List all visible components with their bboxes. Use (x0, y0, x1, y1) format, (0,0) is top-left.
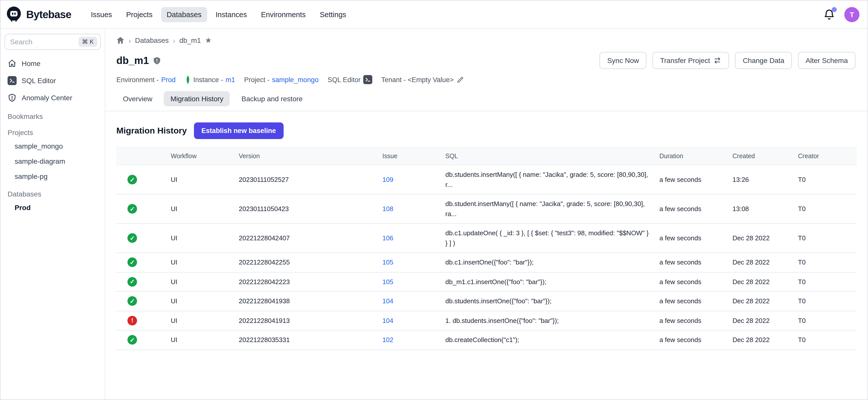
home-icon[interactable] (116, 36, 124, 44)
created-cell: Dec 28 2022 (728, 330, 794, 350)
change-data-button[interactable]: Change Data (735, 52, 792, 69)
sql-cell: db.students.insertMany([ { name: "Jacika… (441, 165, 655, 194)
issue-link[interactable]: 109 (382, 176, 393, 183)
meta-label: Project - (244, 76, 270, 83)
sidebar-item-label: Anomaly Center (22, 94, 72, 102)
status-success-icon: ✓ (127, 258, 137, 267)
issue-link[interactable]: 105 (382, 259, 393, 266)
bytebase-logo[interactable]: Bytebase (5, 6, 71, 23)
tabs: OverviewMigration HistoryBackup and rest… (105, 91, 868, 111)
home-icon (7, 59, 17, 68)
tab-backup-and-restore[interactable]: Backup and restore (235, 91, 309, 106)
column-header-workflow: Workflow (167, 147, 235, 165)
issue-cell: 105 (378, 272, 441, 291)
breadcrumb-databases[interactable]: Databases (135, 36, 169, 44)
nav-item-projects[interactable]: Projects (121, 7, 158, 22)
sync-now-button[interactable]: Sync Now (600, 52, 647, 69)
sidebar-item-sample-diagram[interactable]: sample-diagram (0, 154, 105, 169)
version-cell: 20221228042407 (235, 223, 378, 253)
issue-cell: 104 (378, 311, 441, 330)
meta-tenant-empty-value-: Tenant - <Empty Value> (381, 76, 464, 83)
search-box[interactable]: ⌘ K (4, 34, 101, 50)
database-meta-row: Environment - ProdInstance - m1Project -… (105, 69, 868, 84)
notification-dot (832, 7, 837, 12)
created-cell: Dec 28 2022 (728, 223, 794, 253)
breadcrumb: › Databases › db_m1 ★ (105, 35, 868, 45)
tab-overview[interactable]: Overview (116, 91, 159, 106)
table-row[interactable]: ✓UI20221228042255105db.c1.insertOne({"fo… (116, 253, 857, 272)
column-header-created: Created (728, 147, 794, 165)
pencil-icon[interactable] (456, 76, 464, 83)
breadcrumb-db-m1[interactable]: db_m1 (179, 36, 201, 44)
creator-cell: T0 (794, 165, 857, 194)
nav-item-settings[interactable]: Settings (314, 7, 352, 22)
meta-link-m1[interactable]: m1 (226, 76, 235, 83)
meta-link-sample-mongo[interactable]: sample_mongo (272, 76, 319, 83)
table-row[interactable]: ✓UI20221228041938104db.students.insertOn… (116, 291, 857, 311)
issue-link[interactable]: 108 (382, 205, 393, 213)
version-cell: 20230111052527 (235, 165, 378, 194)
search-input[interactable] (10, 38, 75, 46)
sidebar-item-sql-editor[interactable]: SQL Editor (0, 72, 105, 89)
created-cell: Dec 28 2022 (728, 311, 794, 330)
shield-icon (153, 56, 161, 65)
nav-item-instances[interactable]: Instances (210, 7, 252, 22)
bytebase-logo-icon (5, 6, 22, 23)
page-actions: Sync NowTransfer ProjectChange DataAlter… (600, 52, 856, 69)
meta-label: Environment - (116, 76, 159, 83)
nav-item-environments[interactable]: Environments (255, 7, 311, 22)
column-header-creator: Creator (794, 147, 857, 165)
issue-link[interactable]: 104 (382, 298, 393, 305)
column-header-issue: Issue (378, 147, 441, 165)
alter-schema-button[interactable]: Alter Schema (798, 52, 856, 69)
sidebar-item-sample-mongo[interactable]: sample_mongo (0, 139, 105, 154)
page-title: db_m1 (116, 55, 149, 66)
table-row[interactable]: ✓UI20230111050423108db.student.insertMan… (116, 194, 857, 223)
issue-link[interactable]: 106 (382, 234, 393, 242)
meta-sql-editor: SQL Editor (328, 75, 372, 84)
sidebar-item-prod[interactable]: Prod (0, 200, 105, 215)
version-cell: 20230111050423 (235, 194, 378, 223)
establish-baseline-button[interactable]: Establish new baseline (194, 122, 284, 139)
terminal-icon[interactable] (363, 75, 372, 84)
table-row[interactable]: ✓UI20221228042407106db.c1.updateOne( { _… (116, 223, 857, 253)
sql-cell: 1. db.students.insertOne({"foo": "bar"})… (441, 311, 655, 330)
meta-instance-m1: Instance - m1 (185, 75, 235, 84)
nav-item-issues[interactable]: Issues (85, 7, 118, 22)
duration-cell: a few seconds (655, 311, 728, 330)
sidebar-item-home[interactable]: Home (0, 55, 105, 72)
transfer-project-button[interactable]: Transfer Project (653, 52, 729, 69)
workflow-cell: UI (167, 330, 235, 350)
button-label: Transfer Project (660, 56, 710, 64)
table-row[interactable]: ✓UI20230111052527109db.students.insertMa… (116, 165, 857, 194)
table-row[interactable]: ✓UI20221228035331102db.createCollection(… (116, 330, 857, 350)
star-icon[interactable]: ★ (205, 36, 212, 45)
sidebar-item-sample-pg[interactable]: sample-pg (0, 169, 105, 184)
issue-link[interactable]: 105 (382, 278, 393, 286)
status-cell: ✓ (116, 253, 167, 272)
status-cell: ✓ (116, 223, 167, 253)
tab-migration-history[interactable]: Migration History (164, 91, 230, 106)
version-cell: 20221228041913 (235, 311, 378, 330)
terminal-icon (7, 76, 17, 85)
nav-item-databases[interactable]: Databases (161, 7, 207, 22)
issue-cell: 109 (378, 165, 441, 194)
transfer-icon (714, 56, 722, 64)
migration-history-header: Migration History Establish new baseline (105, 111, 868, 139)
notifications-bell-icon[interactable] (823, 8, 835, 21)
table-row[interactable]: !UI202212280419131041. db.students.inser… (116, 311, 857, 330)
creator-cell: T0 (794, 253, 857, 272)
table-row[interactable]: ✓UI20221228042223105db_m1.c1.insertOne({… (116, 272, 857, 291)
version-cell: 20221228042255 (235, 253, 378, 272)
meta-environment-prod: Environment - Prod (116, 76, 176, 83)
sql-cell: db_m1.c1.insertOne({"foo": "bar"}); (441, 272, 655, 291)
sidebar-item-anomaly-center[interactable]: Anomaly Center (0, 89, 105, 106)
created-cell: 13:26 (728, 165, 794, 194)
section-title: Migration History (116, 126, 187, 136)
user-avatar[interactable]: T (844, 7, 860, 22)
issue-cell: 105 (378, 253, 441, 272)
issue-link[interactable]: 104 (382, 317, 393, 325)
workflow-cell: UI (167, 311, 235, 330)
issue-link[interactable]: 102 (382, 336, 393, 344)
meta-link-prod[interactable]: Prod (161, 76, 176, 83)
